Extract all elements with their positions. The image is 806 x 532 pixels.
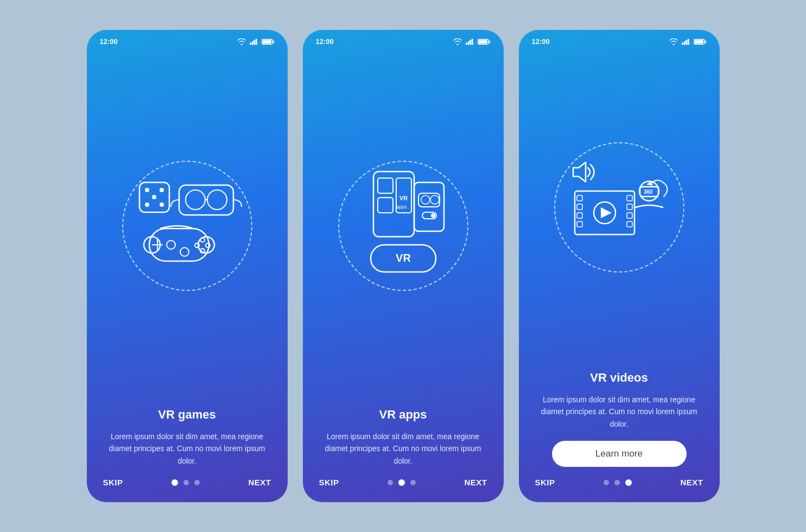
signal-icon <box>250 38 258 46</box>
time-3: 12:00 <box>532 37 550 46</box>
dot-2-1 <box>388 480 393 485</box>
next-button-2[interactable]: NEXT <box>464 478 487 487</box>
screen-body-1: Lorem ipsum dolor sit dim amet, mea regi… <box>103 430 271 467</box>
svg-rect-34 <box>478 40 487 43</box>
svg-rect-58 <box>577 204 582 210</box>
illustration-vr-games <box>87 50 288 402</box>
bottom-nav-3: SKIP NEXT <box>519 467 720 502</box>
wifi-icon <box>237 38 246 46</box>
svg-rect-51 <box>686 40 687 45</box>
status-icons-2 <box>453 38 491 46</box>
dot-3-2 <box>614 480 620 485</box>
svg-rect-1 <box>251 41 253 45</box>
svg-point-23 <box>145 188 149 192</box>
screen-body-3: Lorem ipsum dolor sit dim amet, mea regi… <box>535 394 703 430</box>
screen-title-1: VR games <box>103 408 271 422</box>
screen-title-3: VR videos <box>535 371 703 385</box>
svg-rect-35 <box>373 172 414 237</box>
svg-rect-57 <box>577 195 582 201</box>
svg-point-46 <box>431 213 435 218</box>
svg-rect-64 <box>627 221 632 227</box>
signal-icon-3 <box>682 38 690 46</box>
battery-icon-3 <box>694 39 707 45</box>
svg-rect-55 <box>694 40 703 43</box>
bottom-nav-1: SKIP NEXT <box>87 467 288 502</box>
svg-text:360: 360 <box>644 189 653 195</box>
screen-body-2: Lorem ipsum dolor sit dim amet, mea regi… <box>319 430 487 467</box>
status-bar-1: 12:00 <box>87 30 288 50</box>
screen-vr-videos: 12:00 <box>519 30 720 502</box>
dot-1-1 <box>172 479 178 486</box>
svg-rect-61 <box>627 195 632 201</box>
dot-1-2 <box>183 480 189 485</box>
svg-rect-5 <box>272 40 274 42</box>
svg-rect-33 <box>488 40 490 42</box>
status-icons-1 <box>237 38 275 46</box>
svg-text:VR: VR <box>399 195 408 201</box>
vr-games-svg <box>128 166 247 286</box>
wifi-icon-3 <box>669 38 678 46</box>
svg-rect-59 <box>577 213 582 218</box>
svg-point-17 <box>180 248 189 256</box>
status-icons-3 <box>669 38 707 46</box>
screen-vr-games: 12:00 <box>87 30 288 502</box>
svg-rect-29 <box>467 41 469 45</box>
screens-container: 12:00 <box>87 30 720 502</box>
svg-text:VR: VR <box>396 252 411 264</box>
vr-videos-svg: 360 <box>560 148 679 267</box>
skip-button-2[interactable]: SKIP <box>319 478 339 487</box>
signal-icon-2 <box>466 38 474 46</box>
svg-rect-63 <box>627 213 632 218</box>
time-2: 12:00 <box>316 37 334 46</box>
svg-rect-52 <box>687 39 689 45</box>
dashed-circle-2: VR apps <box>338 161 468 291</box>
svg-point-43 <box>421 195 430 204</box>
svg-rect-60 <box>577 221 582 227</box>
dots-3 <box>604 479 632 486</box>
dashed-circle-1 <box>122 161 252 291</box>
status-bar-3: 12:00 <box>519 30 720 50</box>
dot-2-3 <box>410 480 416 485</box>
next-button-3[interactable]: NEXT <box>680 478 703 487</box>
learn-more-button[interactable]: Learn more <box>552 441 687 467</box>
dots-1 <box>172 479 200 486</box>
skip-button-3[interactable]: SKIP <box>535 478 555 487</box>
svg-point-25 <box>152 195 156 199</box>
illustration-vr-videos: 360 <box>519 50 720 365</box>
next-button-1[interactable]: NEXT <box>248 478 271 487</box>
status-bar-2: 12:00 <box>303 30 504 50</box>
dot-3-1 <box>604 480 609 485</box>
svg-rect-31 <box>471 39 473 45</box>
svg-point-24 <box>160 188 164 192</box>
dot-1-3 <box>194 480 200 485</box>
screen-title-2: VR apps <box>319 408 487 422</box>
svg-rect-0 <box>250 42 251 45</box>
svg-point-19 <box>186 190 205 210</box>
text-area-2: VR apps Lorem ipsum dolor sit dim amet, … <box>303 402 504 467</box>
skip-button-1[interactable]: SKIP <box>103 478 123 487</box>
svg-rect-42 <box>418 193 440 207</box>
text-area-3: VR videos Lorem ipsum dolor sit dim amet… <box>519 365 720 467</box>
bottom-nav-2: SKIP NEXT <box>303 467 504 502</box>
battery-icon <box>262 39 275 45</box>
svg-rect-30 <box>469 40 471 45</box>
dots-2 <box>388 479 416 486</box>
time-1: 12:00 <box>100 37 118 46</box>
svg-rect-36 <box>378 178 393 193</box>
vr-apps-svg: VR apps <box>344 166 463 286</box>
illustration-vr-apps: VR apps <box>303 50 504 402</box>
svg-point-16 <box>167 240 175 249</box>
battery-icon-2 <box>478 39 491 45</box>
dot-3-3 <box>625 479 632 486</box>
dot-2-2 <box>398 479 405 486</box>
dashed-circle-3: 360 <box>554 142 684 273</box>
svg-rect-3 <box>255 39 257 45</box>
svg-point-27 <box>160 202 164 207</box>
wifi-icon-2 <box>453 38 462 46</box>
svg-rect-28 <box>466 42 467 45</box>
screen-vr-apps: 12:00 <box>303 30 504 502</box>
svg-point-44 <box>430 195 439 204</box>
svg-rect-62 <box>627 204 632 210</box>
svg-text:apps: apps <box>396 204 407 210</box>
svg-rect-37 <box>378 198 393 213</box>
